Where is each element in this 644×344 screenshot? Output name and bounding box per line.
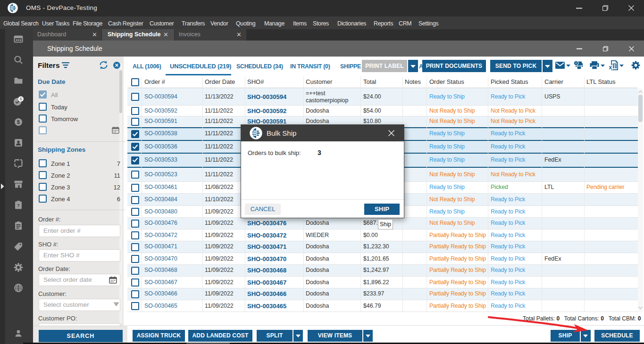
svg-text:?: ? [17,203,20,208]
svg-text:$: $ [17,119,20,125]
svg-text:6: 6 [20,97,22,101]
svg-text:x: x [609,64,612,70]
